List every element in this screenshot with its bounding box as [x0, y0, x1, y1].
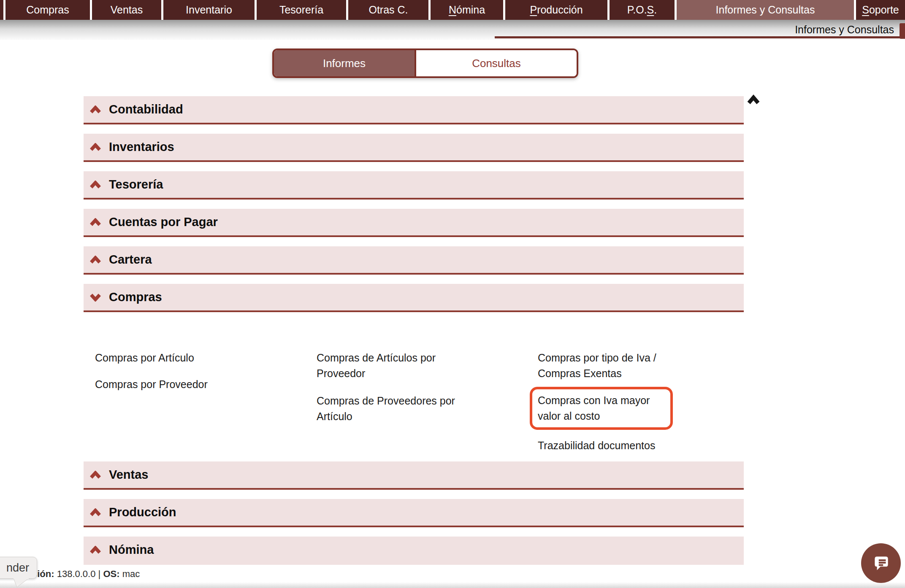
chevron-up-icon: [89, 471, 101, 479]
nav-item-otras-c[interactable]: Otras C.: [348, 0, 428, 20]
nav-item-label: ómina: [456, 4, 485, 16]
chevron-up-icon: [89, 256, 101, 264]
accordion-section-title: Cuentas por Pagar: [109, 215, 218, 229]
accordion-section-inventarios[interactable]: Inventarios: [84, 134, 744, 162]
bottom-fade: [0, 582, 905, 588]
os-label: OS:: [103, 569, 119, 579]
nav-item-compras[interactable]: Compras: [5, 0, 90, 20]
chevron-up-icon: [89, 143, 101, 151]
chevron-up-icon: [89, 546, 101, 554]
status-bar: sión: 138.0.0.0 | OS: mac: [32, 569, 140, 580]
compras-links-panel: Compras por ArtículoCompras por Proveedo…: [84, 321, 744, 452]
tab-consultas[interactable]: Consultas: [416, 50, 577, 76]
links-column-3: Compras por tipo de Iva / Compras Exenta…: [538, 350, 690, 459]
version-value: 138.0.0.0: [57, 569, 96, 579]
accordion-section-produccion[interactable]: Producción: [84, 499, 744, 527]
nav-item-label: P.O.: [627, 4, 647, 16]
tooltip-bubble: nder: [0, 557, 37, 579]
accordion-section-title: Cartera: [109, 253, 152, 267]
chat-button[interactable]: [861, 543, 901, 583]
nav-item-label: P: [530, 4, 537, 16]
nav-item-p-o-s[interactable]: P.O.S.: [610, 0, 675, 20]
section-underline: [495, 36, 905, 38]
link-compras-por-proveedor[interactable]: Compras por Proveedor: [95, 377, 230, 392]
link-compras-con-iva-mayor-valor-al-costo[interactable]: Compras con Iva mayor valor al costo: [530, 387, 673, 430]
accordion-section-title: Producción: [109, 505, 176, 519]
tooltip-text: nder: [6, 561, 29, 575]
accordion-section-title: Inventarios: [109, 140, 174, 154]
accordion-section-compras[interactable]: Compras: [84, 284, 744, 312]
nav-item-nomina[interactable]: Nómina: [431, 0, 503, 20]
link-compras-de-proveedores-por-articulo[interactable]: Compras de Proveedores por Artículo: [317, 393, 456, 424]
accordion-section-cartera[interactable]: Cartera: [84, 246, 744, 275]
accordion-section-title: Ventas: [109, 468, 149, 482]
nav-item-informes-y-consultas[interactable]: Informes y Consultas: [677, 0, 854, 20]
nav-item-label: roducción: [537, 4, 583, 16]
scroll-top-button[interactable]: [746, 94, 761, 105]
link-trazabilidad-documentos[interactable]: Trazabilidad documentos: [538, 438, 677, 453]
nav-item-label: S: [647, 4, 654, 16]
nav-item-tesoreria[interactable]: Tesorería: [257, 0, 346, 20]
breadcrumb: Informes y Consultas: [795, 24, 894, 36]
links-column-1: Compras por ArtículoCompras por Proveedo…: [95, 350, 230, 403]
chevron-up-icon: [89, 218, 101, 227]
nav-edge-sliver: [0, 0, 3, 20]
status-separator: |: [98, 569, 101, 579]
nav-item-label: oporte: [869, 4, 899, 16]
tooltip-tail: [13, 578, 30, 588]
nav-item-ventas[interactable]: Ventas: [92, 0, 161, 20]
link-compras-por-articulo[interactable]: Compras por Artículo: [95, 350, 230, 366]
nav-item-label: N: [449, 4, 456, 16]
accordion-section-contabilidad[interactable]: Contabilidad: [84, 96, 744, 124]
chevron-up-icon: [746, 94, 761, 105]
accordion-section-title: Contabilidad: [109, 102, 183, 116]
app-root: ComprasVentasInventarioTesoreríaOtras C.…: [0, 0, 905, 588]
accordion-section-ventas[interactable]: Ventas: [84, 461, 744, 490]
accordion: ContabilidadInventariosTesoreríaCuentas …: [84, 96, 744, 574]
os-value: mac: [122, 569, 140, 579]
nav-item-soporte[interactable]: Soporte: [856, 0, 905, 20]
nav-item-label: S: [862, 4, 869, 16]
edge-handle: [900, 23, 905, 39]
chevron-down-icon: [89, 293, 101, 302]
nav-item-produccion[interactable]: Producción: [505, 0, 607, 20]
chat-bubble-icon: [870, 553, 891, 574]
nav-item-label: .: [654, 4, 657, 16]
nav-item-inventario[interactable]: Inventario: [163, 0, 255, 20]
accordion-section-tesoreria[interactable]: Tesorería: [84, 171, 744, 200]
link-compras-de-articulos-por-proveedor[interactable]: Compras de Artículos por Proveedor: [317, 350, 456, 381]
top-nav: ComprasVentasInventarioTesoreríaOtras C.…: [0, 0, 905, 20]
chevron-up-icon: [89, 181, 101, 189]
chevron-up-icon: [89, 508, 101, 517]
accordion-section-title: Nómina: [109, 543, 154, 557]
accordion-section-nomina[interactable]: Nómina: [84, 537, 744, 565]
accordion-section-title: Compras: [109, 290, 162, 304]
links-column-2: Compras de Artículos por ProveedorCompra…: [317, 350, 456, 436]
accordion-section-cuentas-por-pagar[interactable]: Cuentas por Pagar: [84, 209, 744, 237]
tab-informes[interactable]: Informes: [274, 50, 416, 76]
accordion-section-title: Tesorería: [109, 178, 163, 192]
informes-consultas-toggle: Informes Consultas: [272, 49, 578, 78]
link-compras-por-tipo-de-iva-compras-exentas[interactable]: Compras por tipo de Iva / Compras Exenta…: [538, 350, 677, 381]
chevron-up-icon: [89, 105, 101, 114]
